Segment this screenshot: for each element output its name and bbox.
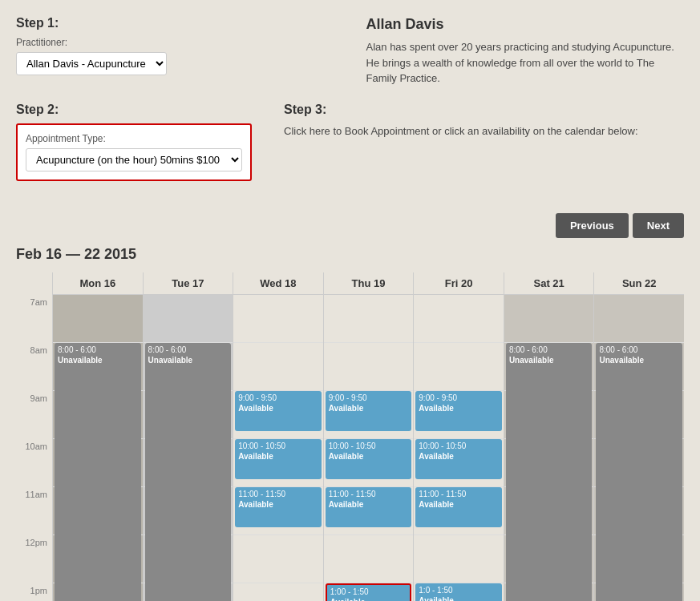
day-body-wed: 9:00 - 9:50 Available 10:00 - 10:50 Avai… <box>233 295 323 602</box>
calendar: 7am 8am 9am 10am 11am 12pm 1pm 2pm 3pm 4… <box>16 272 684 602</box>
hour-row-thu-1: 1:00 - 1:50 Available <box>324 583 414 602</box>
appt-type-box: Appointment Type: Acupuncture (on the ho… <box>16 123 252 181</box>
unavailable-sun[interactable]: 8:00 - 6:00 Unavailable <box>596 343 682 602</box>
day-body-mon: 8:00 - 6:00 Unavailable <box>53 295 143 602</box>
day-body-fri: 9:00 - 9:50 Available 10:00 - 10:50 Avai… <box>414 295 504 602</box>
hour-row-fri-9: 9:00 - 9:50 Available <box>414 391 504 439</box>
time-column: 7am 8am 9am 10am 11am 12pm 1pm 2pm 3pm 4… <box>16 272 52 602</box>
step1-title: Step 1: <box>16 16 334 30</box>
hour-row-mon-7 <box>53 295 143 343</box>
step3-title: Step 3: <box>284 103 684 117</box>
time-11am: 11am <box>16 488 52 536</box>
hour-row-wed-7 <box>233 295 323 343</box>
wed-avail-11[interactable]: 11:00 - 11:50 Available <box>235 487 322 527</box>
fri-avail-1[interactable]: 1:0 - 1:50 Available <box>415 583 502 602</box>
hour-row-thu-12 <box>324 535 414 583</box>
practitioner-select[interactable]: Allan Davis - Acupuncture <box>16 52 167 75</box>
day-header-thu: Thu 19 <box>324 272 414 295</box>
day-body-sat: 8:00 - 6:00 Unavailable <box>504 295 594 602</box>
day-col-fri: Fri 20 9:00 - 9:50 Available 10:00 - 10:… <box>413 272 504 602</box>
hour-row-wed-11: 11:00 - 11:50 Available <box>233 487 323 535</box>
appt-type-select[interactable]: Acupuncture (on the hour) 50mins $100 <box>26 148 242 171</box>
wed-avail-9[interactable]: 9:00 - 9:50 Available <box>235 391 322 431</box>
day-col-wed: Wed 18 9:00 - 9:50 Available 10:0 <box>233 272 323 602</box>
day-body-sun: 8:00 - 6:00 Unavailable <box>594 295 684 602</box>
hour-row-wed-9: 9:00 - 9:50 Available <box>233 391 323 439</box>
nav-buttons-container: Previous Next <box>16 213 684 238</box>
hour-row-fri-11: 11:00 - 11:50 Available <box>414 487 504 535</box>
hour-row-thu-11: 11:00 - 11:50 Available <box>324 487 414 535</box>
day-header-sun: Sun 22 <box>594 272 684 295</box>
hour-row-wed-8 <box>233 343 323 391</box>
unavailable-tue[interactable]: 8:00 - 6:00 Unavailable <box>145 343 232 602</box>
thu-avail-1-selected[interactable]: 1:00 - 1:50 Available <box>326 583 412 602</box>
wed-avail-10[interactable]: 10:00 - 10:50 Available <box>235 439 322 479</box>
hour-row-thu-8 <box>324 343 414 391</box>
day-body-thu: 9:00 - 9:50 Available 10:00 - 10:50 Avai… <box>324 295 414 602</box>
fri-avail-11[interactable]: 11:00 - 11:50 Available <box>415 487 502 527</box>
thu-avail-10[interactable]: 10:00 - 10:50 Available <box>326 439 412 479</box>
fri-avail-10[interactable]: 10:00 - 10:50 Available <box>415 439 502 479</box>
time-7am: 7am <box>16 296 52 344</box>
hour-row-mon-8: 8:00 - 6:00 Unavailable <box>53 343 143 391</box>
step2-title: Step 2: <box>16 103 252 117</box>
hour-row-fri-8 <box>414 343 504 391</box>
thu-avail-9[interactable]: 9:00 - 9:50 Available <box>326 391 412 431</box>
hour-row-wed-10: 10:00 - 10:50 Available <box>233 439 323 487</box>
hour-row-fri-10: 10:00 - 10:50 Available <box>414 439 504 487</box>
day-col-thu: Thu 19 9:00 - 9:50 Available 10:00 - 10:… <box>323 272 414 602</box>
unavailable-mon[interactable]: 8:00 - 6:00 Unavailable <box>55 343 141 602</box>
hour-row-sat-8: 8:00 - 6:00 Unavailable <box>504 343 594 391</box>
previous-button[interactable]: Previous <box>556 213 629 238</box>
hour-row-sun-7 <box>594 295 684 343</box>
day-col-sat: Sat 21 8:00 - 6:00 Unavailable <box>504 272 594 602</box>
hour-row-fri-1: 1:0 - 1:50 Available <box>414 583 504 602</box>
practitioner-bio: Alan has spent over 20 years practicing … <box>366 39 685 87</box>
step3-description: Click here to Book Appointment or click … <box>284 123 684 139</box>
day-col-tue: Tue 17 8:00 - 6:00 Unavailable <box>143 272 233 602</box>
hour-row-thu-9: 9:00 - 9:50 Available <box>324 391 414 439</box>
hour-row-wed-12 <box>233 535 323 583</box>
day-header-mon: Mon 16 <box>53 272 143 295</box>
fri-avail-9[interactable]: 9:00 - 9:50 Available <box>415 391 502 431</box>
day-col-mon: Mon 16 8:00 - 6:00 Unavailable <box>52 272 143 602</box>
hour-row-sun-8: 8:00 - 6:00 Unavailable <box>594 343 684 391</box>
time-8am: 8am <box>16 344 52 392</box>
hour-row-tue-8: 8:00 - 6:00 Unavailable <box>144 343 233 391</box>
thu-avail-11[interactable]: 11:00 - 11:50 Available <box>326 487 412 527</box>
appt-label: Appointment Type: <box>26 133 242 144</box>
time-10am: 10am <box>16 440 52 488</box>
calendar-date-range: Feb 16 — 22 2015 <box>16 246 684 263</box>
practitioner-name: Allan Davis <box>366 16 685 33</box>
day-col-sun: Sun 22 8:00 - 6:00 Unavailable <box>593 272 684 602</box>
unavailable-sat[interactable]: 8:00 - 6:00 Unavailable <box>506 343 593 602</box>
day-header-wed: Wed 18 <box>233 272 323 295</box>
next-button[interactable]: Next <box>633 213 684 238</box>
day-header-sat: Sat 21 <box>504 272 594 295</box>
hour-row-wed-1 <box>233 583 323 602</box>
hour-row-thu-7 <box>324 295 414 343</box>
day-header-fri: Fri 20 <box>414 272 504 295</box>
hour-row-tue-7 <box>144 295 233 343</box>
time-1pm: 1pm <box>16 584 52 602</box>
hour-row-fri-7 <box>414 295 504 343</box>
day-header-tue: Tue 17 <box>144 272 233 295</box>
hour-row-fri-12 <box>414 535 504 583</box>
practitioner-label: Practitioner: <box>16 37 334 48</box>
hour-row-thu-10: 10:00 - 10:50 Available <box>324 439 414 487</box>
day-columns: Mon 16 8:00 - 6:00 Unavailable <box>52 272 684 602</box>
time-9am: 9am <box>16 392 52 440</box>
day-body-tue: 8:00 - 6:00 Unavailable <box>144 295 233 602</box>
time-12pm: 12pm <box>16 536 52 584</box>
hour-row-sat-7 <box>504 295 594 343</box>
